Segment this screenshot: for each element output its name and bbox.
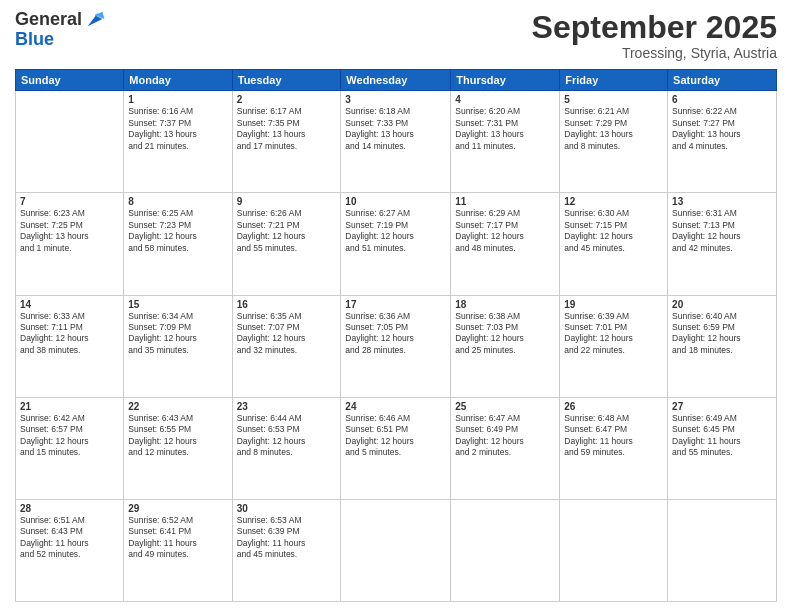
calendar-week-2: 14Sunrise: 6:33 AM Sunset: 7:11 PM Dayli…	[16, 295, 777, 397]
day-info: Sunrise: 6:42 AM Sunset: 6:57 PM Dayligh…	[20, 413, 119, 459]
header-friday: Friday	[560, 70, 668, 91]
day-info: Sunrise: 6:26 AM Sunset: 7:21 PM Dayligh…	[237, 208, 337, 254]
day-number: 13	[672, 196, 772, 207]
day-info: Sunrise: 6:30 AM Sunset: 7:15 PM Dayligh…	[564, 208, 663, 254]
table-row: 18Sunrise: 6:38 AM Sunset: 7:03 PM Dayli…	[451, 295, 560, 397]
month-title: September 2025	[532, 10, 777, 45]
day-info: Sunrise: 6:49 AM Sunset: 6:45 PM Dayligh…	[672, 413, 772, 459]
day-number: 21	[20, 401, 119, 412]
table-row: 8Sunrise: 6:25 AM Sunset: 7:23 PM Daylig…	[124, 193, 232, 295]
day-info: Sunrise: 6:44 AM Sunset: 6:53 PM Dayligh…	[237, 413, 337, 459]
day-info: Sunrise: 6:23 AM Sunset: 7:25 PM Dayligh…	[20, 208, 119, 254]
day-number: 30	[237, 503, 337, 514]
header-monday: Monday	[124, 70, 232, 91]
day-info: Sunrise: 6:52 AM Sunset: 6:41 PM Dayligh…	[128, 515, 227, 561]
location-subtitle: Troessing, Styria, Austria	[532, 45, 777, 61]
header-wednesday: Wednesday	[341, 70, 451, 91]
day-info: Sunrise: 6:39 AM Sunset: 7:01 PM Dayligh…	[564, 311, 663, 357]
day-number: 16	[237, 299, 337, 310]
table-row	[341, 499, 451, 601]
table-row: 22Sunrise: 6:43 AM Sunset: 6:55 PM Dayli…	[124, 397, 232, 499]
calendar-week-4: 28Sunrise: 6:51 AM Sunset: 6:43 PM Dayli…	[16, 499, 777, 601]
day-number: 2	[237, 94, 337, 105]
table-row: 5Sunrise: 6:21 AM Sunset: 7:29 PM Daylig…	[560, 91, 668, 193]
day-info: Sunrise: 6:38 AM Sunset: 7:03 PM Dayligh…	[455, 311, 555, 357]
table-row: 4Sunrise: 6:20 AM Sunset: 7:31 PM Daylig…	[451, 91, 560, 193]
day-number: 7	[20, 196, 119, 207]
logo-text: General Blue	[15, 10, 106, 50]
day-number: 8	[128, 196, 227, 207]
day-info: Sunrise: 6:18 AM Sunset: 7:33 PM Dayligh…	[345, 106, 446, 152]
day-info: Sunrise: 6:53 AM Sunset: 6:39 PM Dayligh…	[237, 515, 337, 561]
table-row: 10Sunrise: 6:27 AM Sunset: 7:19 PM Dayli…	[341, 193, 451, 295]
logo-general: General	[15, 10, 82, 30]
table-row: 14Sunrise: 6:33 AM Sunset: 7:11 PM Dayli…	[16, 295, 124, 397]
table-row: 6Sunrise: 6:22 AM Sunset: 7:27 PM Daylig…	[668, 91, 777, 193]
table-row: 29Sunrise: 6:52 AM Sunset: 6:41 PM Dayli…	[124, 499, 232, 601]
day-number: 17	[345, 299, 446, 310]
day-number: 3	[345, 94, 446, 105]
day-info: Sunrise: 6:36 AM Sunset: 7:05 PM Dayligh…	[345, 311, 446, 357]
day-info: Sunrise: 6:33 AM Sunset: 7:11 PM Dayligh…	[20, 311, 119, 357]
table-row: 2Sunrise: 6:17 AM Sunset: 7:35 PM Daylig…	[232, 91, 341, 193]
table-row: 17Sunrise: 6:36 AM Sunset: 7:05 PM Dayli…	[341, 295, 451, 397]
day-info: Sunrise: 6:43 AM Sunset: 6:55 PM Dayligh…	[128, 413, 227, 459]
day-number: 4	[455, 94, 555, 105]
calendar-week-3: 21Sunrise: 6:42 AM Sunset: 6:57 PM Dayli…	[16, 397, 777, 499]
table-row: 28Sunrise: 6:51 AM Sunset: 6:43 PM Dayli…	[16, 499, 124, 601]
calendar-week-1: 7Sunrise: 6:23 AM Sunset: 7:25 PM Daylig…	[16, 193, 777, 295]
table-row: 9Sunrise: 6:26 AM Sunset: 7:21 PM Daylig…	[232, 193, 341, 295]
header-thursday: Thursday	[451, 70, 560, 91]
day-number: 14	[20, 299, 119, 310]
table-row: 19Sunrise: 6:39 AM Sunset: 7:01 PM Dayli…	[560, 295, 668, 397]
day-number: 25	[455, 401, 555, 412]
day-number: 11	[455, 196, 555, 207]
page: General Blue September 2025 Troessing, S…	[0, 0, 792, 612]
day-number: 9	[237, 196, 337, 207]
day-number: 19	[564, 299, 663, 310]
day-number: 23	[237, 401, 337, 412]
table-row	[560, 499, 668, 601]
day-number: 10	[345, 196, 446, 207]
day-info: Sunrise: 6:22 AM Sunset: 7:27 PM Dayligh…	[672, 106, 772, 152]
day-info: Sunrise: 6:31 AM Sunset: 7:13 PM Dayligh…	[672, 208, 772, 254]
day-number: 26	[564, 401, 663, 412]
day-number: 27	[672, 401, 772, 412]
logo-icon	[84, 8, 106, 30]
header-tuesday: Tuesday	[232, 70, 341, 91]
calendar-week-0: 1Sunrise: 6:16 AM Sunset: 7:37 PM Daylig…	[16, 91, 777, 193]
day-number: 1	[128, 94, 227, 105]
table-row: 26Sunrise: 6:48 AM Sunset: 6:47 PM Dayli…	[560, 397, 668, 499]
day-info: Sunrise: 6:16 AM Sunset: 7:37 PM Dayligh…	[128, 106, 227, 152]
day-info: Sunrise: 6:46 AM Sunset: 6:51 PM Dayligh…	[345, 413, 446, 459]
day-info: Sunrise: 6:27 AM Sunset: 7:19 PM Dayligh…	[345, 208, 446, 254]
day-number: 22	[128, 401, 227, 412]
day-number: 28	[20, 503, 119, 514]
table-row: 3Sunrise: 6:18 AM Sunset: 7:33 PM Daylig…	[341, 91, 451, 193]
day-info: Sunrise: 6:51 AM Sunset: 6:43 PM Dayligh…	[20, 515, 119, 561]
day-info: Sunrise: 6:29 AM Sunset: 7:17 PM Dayligh…	[455, 208, 555, 254]
header-saturday: Saturday	[668, 70, 777, 91]
title-block: September 2025 Troessing, Styria, Austri…	[532, 10, 777, 61]
day-info: Sunrise: 6:40 AM Sunset: 6:59 PM Dayligh…	[672, 311, 772, 357]
table-row: 7Sunrise: 6:23 AM Sunset: 7:25 PM Daylig…	[16, 193, 124, 295]
table-row	[16, 91, 124, 193]
table-row: 25Sunrise: 6:47 AM Sunset: 6:49 PM Dayli…	[451, 397, 560, 499]
day-info: Sunrise: 6:21 AM Sunset: 7:29 PM Dayligh…	[564, 106, 663, 152]
day-info: Sunrise: 6:20 AM Sunset: 7:31 PM Dayligh…	[455, 106, 555, 152]
table-row: 13Sunrise: 6:31 AM Sunset: 7:13 PM Dayli…	[668, 193, 777, 295]
table-row: 11Sunrise: 6:29 AM Sunset: 7:17 PM Dayli…	[451, 193, 560, 295]
day-info: Sunrise: 6:34 AM Sunset: 7:09 PM Dayligh…	[128, 311, 227, 357]
calendar-header-row: Sunday Monday Tuesday Wednesday Thursday…	[16, 70, 777, 91]
table-row: 30Sunrise: 6:53 AM Sunset: 6:39 PM Dayli…	[232, 499, 341, 601]
day-number: 20	[672, 299, 772, 310]
day-info: Sunrise: 6:25 AM Sunset: 7:23 PM Dayligh…	[128, 208, 227, 254]
day-number: 24	[345, 401, 446, 412]
table-row: 1Sunrise: 6:16 AM Sunset: 7:37 PM Daylig…	[124, 91, 232, 193]
table-row: 23Sunrise: 6:44 AM Sunset: 6:53 PM Dayli…	[232, 397, 341, 499]
day-info: Sunrise: 6:47 AM Sunset: 6:49 PM Dayligh…	[455, 413, 555, 459]
table-row: 15Sunrise: 6:34 AM Sunset: 7:09 PM Dayli…	[124, 295, 232, 397]
day-number: 12	[564, 196, 663, 207]
day-number: 18	[455, 299, 555, 310]
logo: General Blue	[15, 10, 106, 50]
